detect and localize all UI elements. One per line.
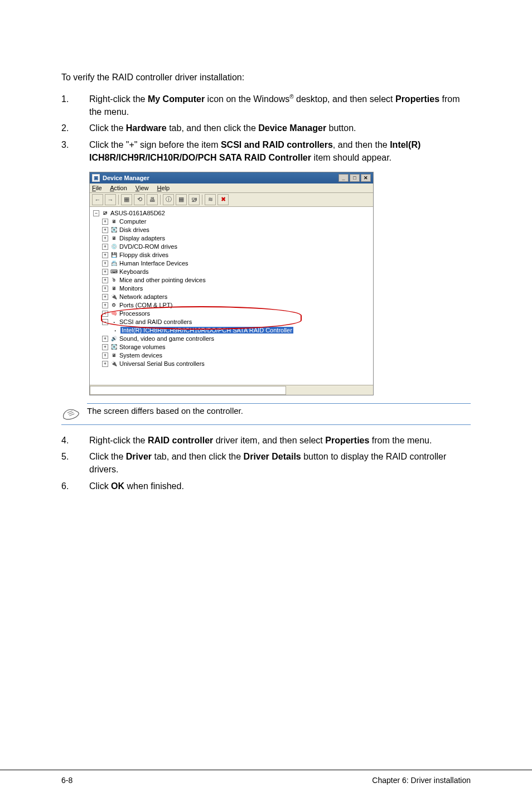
menu-view[interactable]: View (136, 185, 149, 191)
expand-icon[interactable]: + (102, 311, 108, 317)
expand-icon[interactable]: + (102, 344, 108, 350)
device-icon: 💽 (110, 226, 118, 233)
tree-raid-controller[interactable]: ⬩ Intel(R) ICH8R/ICH9R/ICH10R/DO/PCH SAT… (93, 326, 370, 335)
tb-button[interactable]: 🖶 (147, 194, 158, 205)
step-body: Click the Hardware tab, and then click t… (89, 122, 471, 134)
device-icon: 🧠 (110, 310, 118, 317)
tree-item[interactable]: +🔊Sound, video and game controllers (93, 335, 370, 343)
step-body: Click OK when finished. (89, 480, 471, 492)
window-titlebar[interactable]: ▣ Device Manager _ □ ✕ (90, 172, 373, 183)
expand-icon[interactable]: + (102, 361, 108, 367)
tb-button[interactable]: ▦ (176, 194, 187, 205)
device-icon: 🖥 (110, 235, 118, 241)
device-icon: 💽 (110, 344, 118, 350)
device-icon: 🖥 (110, 218, 118, 225)
tree-item[interactable]: +🧠Processors (93, 310, 370, 318)
expand-icon[interactable]: + (102, 286, 108, 292)
device-icon: 🖱 (110, 277, 118, 283)
tb-button[interactable]: ▦ (121, 194, 132, 205)
scsi-icon: ⬩ (110, 318, 118, 325)
tree-item[interactable]: +🖥Computer (93, 218, 370, 226)
tree-item[interactable]: +🖥Monitors (93, 284, 370, 293)
tree-scsi[interactable]: − ⬩ SCSI and RAID controllers (93, 318, 370, 326)
tree-item[interactable]: +⌨Keyboards (93, 268, 370, 276)
maximize-button[interactable]: □ (350, 174, 360, 182)
intro-text: To verify the RAID controller driver ins… (61, 73, 471, 83)
tb-button[interactable]: ⓘ (163, 194, 174, 205)
chapter-label: Chapter 6: Driver installation (372, 776, 471, 785)
tree-item[interactable]: +🖥System devices (93, 351, 370, 360)
device-manager-window: ▣ Device Manager _ □ ✕ File Action View … (89, 172, 374, 395)
expand-icon[interactable]: + (102, 294, 108, 300)
device-icon: 🔊 (110, 335, 118, 342)
expand-icon[interactable]: + (102, 252, 108, 258)
note-box: The screen differs based on the controll… (61, 403, 471, 425)
tree-item[interactable]: +💿DVD/CD-ROM drives (93, 243, 370, 251)
close-button[interactable]: ✕ (361, 174, 371, 182)
tree-item[interactable]: +💽Disk drives (93, 226, 370, 234)
menu-action[interactable]: Action (110, 185, 127, 191)
step-num: 1. (61, 93, 89, 118)
steps-bottom: 4. Right-click the RAID controller drive… (61, 434, 471, 492)
device-tree[interactable]: − 🖳 ASUS-0161A85D62 +🖥Computer+💽Disk dri… (90, 207, 373, 385)
forward-button[interactable]: → (105, 194, 116, 205)
step-body: Click the Driver tab, and then click the… (89, 450, 471, 476)
device-icon: 📇 (110, 260, 118, 267)
expand-icon[interactable]: + (102, 336, 108, 342)
device-icon: 🔌 (110, 360, 118, 367)
step-body: Click the "+" sign before the item SCSI … (89, 138, 471, 164)
page-number: 6-8 (61, 776, 72, 785)
note-text: The screen differs based on the controll… (87, 403, 471, 416)
expand-icon[interactable]: + (102, 352, 108, 359)
expand-icon[interactable]: + (102, 277, 108, 283)
tb-button[interactable]: ⟲ (134, 194, 145, 205)
tree-item[interactable]: +📇Human Interface Devices (93, 259, 370, 268)
collapse-icon[interactable]: − (102, 319, 108, 325)
tree-item[interactable]: +🔌Network adapters (93, 293, 370, 301)
menu-bar: File Action View Help (90, 183, 373, 193)
step-num: 2. (61, 122, 89, 134)
computer-icon: 🖳 (101, 210, 109, 216)
tree-item[interactable]: +⚙Ports (COM & LPT) (93, 301, 370, 310)
expand-icon[interactable]: + (102, 269, 108, 275)
collapse-icon[interactable]: − (93, 210, 99, 216)
back-button[interactable]: ← (92, 194, 103, 205)
expand-icon[interactable]: + (102, 244, 108, 250)
device-icon: 💾 (110, 252, 118, 258)
expand-icon[interactable]: + (102, 227, 108, 233)
window-title: Device Manager (103, 175, 149, 181)
step-num: 3. (61, 138, 89, 164)
device-icon: 🔌 (110, 293, 118, 300)
steps-top: 1. Right-click the My Computer icon on t… (61, 93, 471, 164)
menu-help[interactable]: Help (157, 185, 170, 191)
step-num: 5. (61, 450, 89, 476)
selected-item: Intel(R) ICH8R/ICH9R/ICH10R/DO/PCH SATA … (120, 327, 293, 334)
menu-file[interactable]: File (92, 185, 102, 191)
page-footer: 6-8 Chapter 6: Driver installation (0, 770, 532, 785)
tree-item[interactable]: +🖱Mice and other pointing devices (93, 276, 370, 284)
step-num: 4. (61, 434, 89, 447)
device-icon: ⌨ (110, 268, 118, 275)
step-num: 6. (61, 480, 89, 492)
step-body: Right-click the My Computer icon on the … (89, 93, 471, 118)
tree-item[interactable]: +🔌Universal Serial Bus controllers (93, 360, 370, 368)
tree-item[interactable]: +💾Floppy disk drives (93, 251, 370, 259)
expand-icon[interactable]: + (102, 260, 108, 267)
device-icon: ⚙ (110, 302, 118, 308)
app-icon: ▣ (92, 174, 100, 182)
expand-icon[interactable]: + (102, 219, 108, 225)
device-icon: 🖥 (110, 285, 118, 292)
expand-icon[interactable]: + (102, 302, 108, 308)
tree-item[interactable]: +💽Storage volumes (93, 343, 370, 351)
status-bar (90, 385, 373, 395)
tb-button[interactable]: ✖ (217, 194, 229, 205)
tree-item[interactable]: +🖥Display adapters (93, 234, 370, 243)
scsi-icon: ⬩ (111, 327, 119, 334)
tree-root[interactable]: − 🖳 ASUS-0161A85D62 (93, 209, 370, 218)
note-hand-icon (61, 405, 81, 421)
expand-icon[interactable]: + (102, 235, 108, 241)
device-icon: 🖥 (110, 352, 118, 359)
minimize-button[interactable]: _ (338, 174, 349, 182)
tb-button[interactable]: ≋ (205, 194, 216, 205)
tb-button[interactable]: 🖳 (188, 194, 200, 205)
